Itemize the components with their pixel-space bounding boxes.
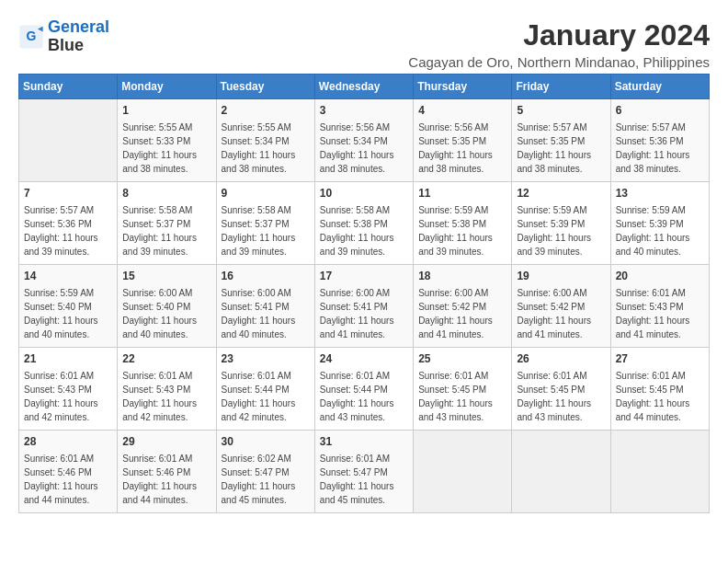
day-number: 7 xyxy=(24,186,112,201)
logo: G General Blue xyxy=(18,18,109,55)
day-number: 26 xyxy=(517,351,605,367)
calendar-cell: 7Sunrise: 5:57 AM Sunset: 5:36 PM Daylig… xyxy=(19,182,118,265)
day-info: Sunrise: 6:00 AM Sunset: 5:42 PM Dayligh… xyxy=(418,286,506,341)
day-number: 14 xyxy=(24,269,112,284)
weekday-header-friday: Friday xyxy=(512,75,610,99)
weekday-header-thursday: Thursday xyxy=(414,75,512,99)
calendar-cell: 23Sunrise: 6:01 AM Sunset: 5:44 PM Dayli… xyxy=(216,348,314,431)
day-info: Sunrise: 5:56 AM Sunset: 5:35 PM Dayligh… xyxy=(418,121,506,176)
day-info: Sunrise: 5:59 AM Sunset: 5:40 PM Dayligh… xyxy=(24,286,112,341)
calendar-cell: 25Sunrise: 6:01 AM Sunset: 5:45 PM Dayli… xyxy=(414,348,512,431)
logo-icon: G xyxy=(18,24,44,50)
day-info: Sunrise: 5:58 AM Sunset: 5:37 PM Dayligh… xyxy=(222,203,310,259)
day-number: 4 xyxy=(418,103,506,119)
day-number: 27 xyxy=(616,351,704,367)
month-title: January 2024 xyxy=(408,18,710,52)
weekday-header-sunday: Sunday xyxy=(19,75,118,99)
day-number: 23 xyxy=(222,351,310,367)
calendar-cell: 31Sunrise: 6:01 AM Sunset: 5:47 PM Dayli… xyxy=(314,431,413,513)
title-area: January 2024 Cagayan de Oro, Northern Mi… xyxy=(408,18,710,70)
day-info: Sunrise: 5:57 AM Sunset: 5:36 PM Dayligh… xyxy=(24,203,112,259)
calendar-cell: 8Sunrise: 5:58 AM Sunset: 5:37 PM Daylig… xyxy=(118,182,216,265)
weekday-header-row: SundayMondayTuesdayWednesdayThursdayFrid… xyxy=(19,75,710,99)
day-info: Sunrise: 5:58 AM Sunset: 5:38 PM Dayligh… xyxy=(320,203,408,259)
weekday-header-monday: Monday xyxy=(118,75,216,99)
calendar-cell: 1Sunrise: 5:55 AM Sunset: 5:33 PM Daylig… xyxy=(118,99,216,182)
day-number: 17 xyxy=(320,269,408,284)
day-number: 19 xyxy=(517,269,605,284)
day-info: Sunrise: 6:01 AM Sunset: 5:45 PM Dayligh… xyxy=(418,369,506,424)
weekday-header-wednesday: Wednesday xyxy=(314,75,413,99)
calendar-cell xyxy=(19,99,118,182)
day-info: Sunrise: 6:01 AM Sunset: 5:45 PM Dayligh… xyxy=(517,369,605,424)
day-info: Sunrise: 5:57 AM Sunset: 5:36 PM Dayligh… xyxy=(616,121,704,176)
calendar-cell: 24Sunrise: 6:01 AM Sunset: 5:44 PM Dayli… xyxy=(314,348,413,431)
day-number: 24 xyxy=(320,351,408,367)
day-info: Sunrise: 5:55 AM Sunset: 5:34 PM Dayligh… xyxy=(222,121,310,176)
calendar-cell: 11Sunrise: 5:59 AM Sunset: 5:38 PM Dayli… xyxy=(414,182,512,265)
calendar-week-row: 7Sunrise: 5:57 AM Sunset: 5:36 PM Daylig… xyxy=(19,182,710,265)
calendar-week-row: 14Sunrise: 5:59 AM Sunset: 5:40 PM Dayli… xyxy=(19,265,710,348)
day-info: Sunrise: 5:57 AM Sunset: 5:35 PM Dayligh… xyxy=(517,121,605,176)
weekday-header-saturday: Saturday xyxy=(610,75,709,99)
calendar-cell xyxy=(512,431,610,513)
calendar-week-row: 1Sunrise: 5:55 AM Sunset: 5:33 PM Daylig… xyxy=(19,99,710,182)
day-info: Sunrise: 5:59 AM Sunset: 5:38 PM Dayligh… xyxy=(418,203,506,259)
day-number: 8 xyxy=(122,186,210,201)
page-header: G General Blue January 2024 Cagayan de O… xyxy=(18,18,710,70)
calendar-cell: 4Sunrise: 5:56 AM Sunset: 5:35 PM Daylig… xyxy=(414,99,512,182)
weekday-header-tuesday: Tuesday xyxy=(216,75,314,99)
day-number: 22 xyxy=(122,351,210,367)
day-number: 29 xyxy=(122,434,210,450)
day-number: 10 xyxy=(320,186,408,201)
calendar-week-row: 21Sunrise: 6:01 AM Sunset: 5:43 PM Dayli… xyxy=(19,348,710,431)
day-number: 30 xyxy=(222,434,310,450)
day-number: 31 xyxy=(320,434,408,450)
calendar-table: SundayMondayTuesdayWednesdayThursdayFrid… xyxy=(18,74,710,513)
calendar-cell: 5Sunrise: 5:57 AM Sunset: 5:35 PM Daylig… xyxy=(512,99,610,182)
day-info: Sunrise: 5:59 AM Sunset: 5:39 PM Dayligh… xyxy=(517,203,605,259)
day-number: 9 xyxy=(222,186,310,201)
calendar-cell: 17Sunrise: 6:00 AM Sunset: 5:41 PM Dayli… xyxy=(314,265,413,348)
day-number: 3 xyxy=(320,103,408,119)
day-info: Sunrise: 6:01 AM Sunset: 5:46 PM Dayligh… xyxy=(122,452,210,507)
calendar-cell xyxy=(414,431,512,513)
day-info: Sunrise: 5:55 AM Sunset: 5:33 PM Dayligh… xyxy=(122,121,210,176)
calendar-week-row: 28Sunrise: 6:01 AM Sunset: 5:46 PM Dayli… xyxy=(19,431,710,513)
calendar-cell: 3Sunrise: 5:56 AM Sunset: 5:34 PM Daylig… xyxy=(314,99,413,182)
calendar-cell: 9Sunrise: 5:58 AM Sunset: 5:37 PM Daylig… xyxy=(216,182,314,265)
location-title: Cagayan de Oro, Northern Mindanao, Phili… xyxy=(408,54,710,70)
logo-text: General Blue xyxy=(48,18,109,55)
day-info: Sunrise: 6:01 AM Sunset: 5:45 PM Dayligh… xyxy=(616,369,704,424)
day-number: 5 xyxy=(517,103,605,119)
day-info: Sunrise: 5:58 AM Sunset: 5:37 PM Dayligh… xyxy=(122,203,210,259)
day-info: Sunrise: 6:01 AM Sunset: 5:46 PM Dayligh… xyxy=(24,452,112,507)
calendar-cell: 15Sunrise: 6:00 AM Sunset: 5:40 PM Dayli… xyxy=(118,265,216,348)
calendar-cell: 27Sunrise: 6:01 AM Sunset: 5:45 PM Dayli… xyxy=(610,348,709,431)
calendar-cell: 26Sunrise: 6:01 AM Sunset: 5:45 PM Dayli… xyxy=(512,348,610,431)
calendar-cell: 28Sunrise: 6:01 AM Sunset: 5:46 PM Dayli… xyxy=(19,431,118,513)
day-number: 11 xyxy=(418,186,506,201)
calendar-cell: 10Sunrise: 5:58 AM Sunset: 5:38 PM Dayli… xyxy=(314,182,413,265)
day-info: Sunrise: 6:01 AM Sunset: 5:43 PM Dayligh… xyxy=(616,286,704,341)
day-info: Sunrise: 5:59 AM Sunset: 5:39 PM Dayligh… xyxy=(616,203,704,259)
calendar-cell: 30Sunrise: 6:02 AM Sunset: 5:47 PM Dayli… xyxy=(216,431,314,513)
day-info: Sunrise: 6:00 AM Sunset: 5:41 PM Dayligh… xyxy=(222,286,310,341)
svg-text:G: G xyxy=(27,29,37,43)
day-number: 2 xyxy=(222,103,310,119)
day-info: Sunrise: 6:02 AM Sunset: 5:47 PM Dayligh… xyxy=(222,452,310,507)
calendar-cell: 14Sunrise: 5:59 AM Sunset: 5:40 PM Dayli… xyxy=(19,265,118,348)
calendar-cell: 19Sunrise: 6:00 AM Sunset: 5:42 PM Dayli… xyxy=(512,265,610,348)
calendar-cell xyxy=(610,431,709,513)
day-number: 13 xyxy=(616,186,704,201)
day-info: Sunrise: 6:00 AM Sunset: 5:40 PM Dayligh… xyxy=(122,286,210,341)
day-number: 12 xyxy=(517,186,605,201)
day-info: Sunrise: 6:00 AM Sunset: 5:42 PM Dayligh… xyxy=(517,286,605,341)
day-info: Sunrise: 6:01 AM Sunset: 5:47 PM Dayligh… xyxy=(320,452,408,507)
day-number: 1 xyxy=(122,103,210,119)
day-info: Sunrise: 6:01 AM Sunset: 5:43 PM Dayligh… xyxy=(24,369,112,424)
day-info: Sunrise: 6:01 AM Sunset: 5:43 PM Dayligh… xyxy=(122,369,210,424)
day-info: Sunrise: 5:56 AM Sunset: 5:34 PM Dayligh… xyxy=(320,121,408,176)
day-info: Sunrise: 6:01 AM Sunset: 5:44 PM Dayligh… xyxy=(320,369,408,424)
day-info: Sunrise: 6:01 AM Sunset: 5:44 PM Dayligh… xyxy=(222,369,310,424)
